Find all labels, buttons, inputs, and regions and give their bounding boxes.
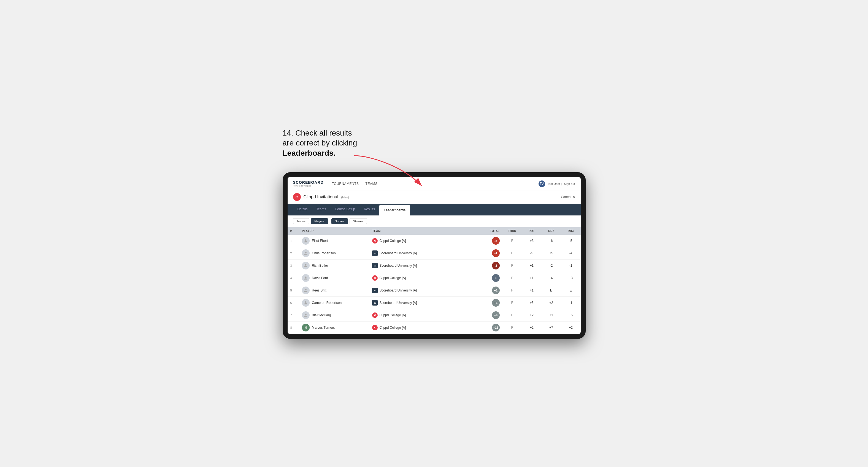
cell-team: SUScoreboard University [A]: [369, 284, 471, 297]
table-row: 8MMarcus TurnersCClippd College [A]+11F+…: [287, 321, 581, 334]
team-icon: C: [372, 275, 378, 281]
cell-thru: F: [502, 321, 522, 334]
cell-thru: F: [502, 247, 522, 259]
cell-total: +9: [471, 309, 502, 321]
score-badge: -8: [492, 237, 500, 245]
player-name: Chris Robertson: [312, 251, 336, 255]
tab-course-setup[interactable]: Course Setup: [331, 204, 360, 215]
team-icon: C: [372, 238, 378, 244]
score-badge: E: [492, 274, 500, 282]
tab-details[interactable]: Details: [293, 204, 312, 215]
cancel-button[interactable]: Cancel ✕: [561, 195, 575, 199]
tournament-icon: C: [293, 193, 301, 201]
cell-rd2: E: [541, 284, 561, 297]
cell-rd2: -4: [541, 272, 561, 284]
team-icon: SU: [372, 263, 378, 268]
cell-team: SUScoreboard University [A]: [369, 259, 471, 272]
table-row: 3Rich ButlerSUScoreboard University [A]-…: [287, 259, 581, 272]
tournament-title: Clippd Invitational (Men): [304, 194, 561, 199]
filter-row: Teams Players Scores Strokes: [287, 215, 581, 227]
table-row: 6Cameron RobertsonSUScoreboard Universit…: [287, 297, 581, 309]
cell-player: Rees Britt: [299, 284, 369, 297]
filter-strokes[interactable]: Strokes: [349, 218, 367, 224]
cell-rank: 3: [287, 259, 300, 272]
cell-team: CClippd College [A]: [369, 235, 471, 247]
team-name: Scoreboard University [A]: [379, 288, 417, 292]
score-badge: +11: [492, 324, 500, 332]
cell-rank: 2: [287, 247, 300, 259]
cell-rd1: +3: [522, 235, 541, 247]
cell-player: Chris Robertson: [299, 247, 369, 259]
tournament-name-text: Clippd Invitational: [304, 194, 338, 199]
player-name: David Ford: [312, 276, 328, 280]
cell-rd2: +7: [541, 321, 561, 334]
table-header: # PLAYER TEAM TOTAL THRU RD1 RD2 RD3: [287, 227, 581, 235]
cancel-label: Cancel: [561, 195, 571, 199]
cell-rd1: +2: [522, 309, 541, 321]
team-icon: C: [372, 325, 378, 330]
score-badge: +1: [492, 286, 500, 294]
logo-subtitle: Powered by clippd: [293, 185, 324, 187]
tab-bar: Details Teams Course Setup Results Leade…: [287, 204, 581, 215]
tab-teams[interactable]: Teams: [312, 204, 330, 215]
cell-thru: F: [502, 272, 522, 284]
nav-teams[interactable]: TEAMS: [366, 181, 378, 187]
cell-thru: F: [502, 235, 522, 247]
team-name: Scoreboard University [A]: [379, 251, 417, 255]
team-name: Clippd College [A]: [379, 313, 406, 317]
logo-area: SCOREBOARD Powered by clippd: [293, 180, 324, 187]
nav-tournaments[interactable]: TOURNAMENTS: [332, 181, 359, 187]
team-icon: SU: [372, 300, 378, 306]
filter-teams[interactable]: Teams: [293, 218, 309, 224]
player-avatar: [302, 311, 310, 319]
cell-team: CClippd College [A]: [369, 309, 471, 321]
cell-rd3: -1: [561, 259, 581, 272]
nav-right: TU Test User | Sign out: [538, 181, 575, 187]
header-team: TEAM: [369, 227, 471, 235]
tablet-frame: SCOREBOARD Powered by clippd TOURNAMENTS…: [283, 172, 586, 339]
cell-rd1: +5: [522, 297, 541, 309]
nav-links: TOURNAMENTS TEAMS: [332, 181, 538, 187]
tablet-screen: SCOREBOARD Powered by clippd TOURNAMENTS…: [287, 177, 581, 334]
sign-out-link[interactable]: Sign out: [564, 182, 575, 185]
team-name: Scoreboard University [A]: [379, 301, 417, 305]
cell-rd2: +1: [541, 309, 561, 321]
instruction-block: 14. Check all results are correct by cli…: [283, 128, 357, 158]
logo-title: SCOREBOARD: [293, 180, 324, 185]
player-avatar: [302, 262, 310, 270]
cell-total: -2: [471, 259, 502, 272]
team-name: Scoreboard University [A]: [379, 264, 417, 268]
player-name: Marcus Turners: [312, 326, 335, 330]
sub-header: C Clippd Invitational (Men) Cancel ✕: [287, 190, 581, 204]
cell-rank: 5: [287, 284, 300, 297]
score-badge: -2: [492, 262, 500, 270]
cell-player: Elliot Ebert: [299, 235, 369, 247]
cell-rank: 6: [287, 297, 300, 309]
filter-players[interactable]: Players: [311, 218, 328, 224]
user-name: Test User |: [547, 182, 562, 185]
cell-thru: F: [502, 309, 522, 321]
player-name: Cameron Robertson: [312, 301, 342, 305]
filter-scores[interactable]: Scores: [331, 218, 348, 224]
cell-rd3: +3: [561, 272, 581, 284]
tournament-badge: (Men): [341, 196, 349, 199]
team-icon: SU: [372, 288, 378, 293]
cell-rd3: +2: [561, 321, 581, 334]
cell-player: Rich Butler: [299, 259, 369, 272]
player-name: Blair McHarg: [312, 313, 331, 317]
player-avatar: [302, 237, 310, 245]
score-badge: -4: [492, 249, 500, 257]
instruction-line2: are correct by clicking: [283, 138, 357, 147]
cell-total: -8: [471, 235, 502, 247]
cell-total: E: [471, 272, 502, 284]
tab-results[interactable]: Results: [360, 204, 379, 215]
header-thru: THRU: [502, 227, 522, 235]
cell-total: -4: [471, 247, 502, 259]
cell-rd1: +1: [522, 284, 541, 297]
table-row: 4David FordCClippd College [A]EF+1-4+3: [287, 272, 581, 284]
cell-rd3: -5: [561, 235, 581, 247]
cancel-x-icon: ✕: [572, 195, 575, 199]
cell-rd3: E: [561, 284, 581, 297]
tab-leaderboards[interactable]: Leaderboards: [379, 205, 410, 215]
cell-total: +11: [471, 321, 502, 334]
